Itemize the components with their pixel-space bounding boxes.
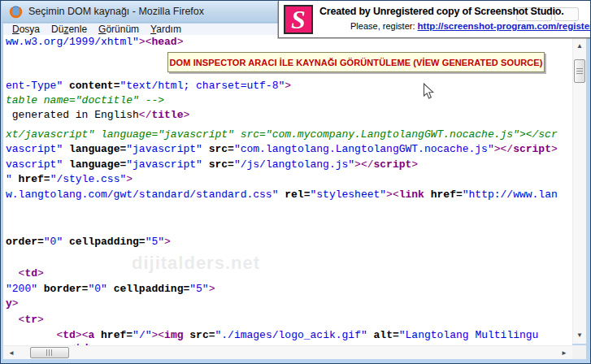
code-token: vascript" — [6, 158, 63, 171]
code-token: generated in English — [6, 109, 139, 121]
site-watermark: dijitalders.net — [132, 253, 260, 274]
source-line: <td> — [6, 268, 44, 280]
code-token: w.langtolang.com/gwt/standard/standard.c… — [6, 188, 278, 201]
code-token: "0" — [44, 236, 63, 248]
source-view: dijitalders.net ww.w3.org/1999/xhtml"><h… — [3, 35, 572, 345]
source-line: vascript" language="javascript" src="com… — [6, 144, 558, 155]
code-token: > — [551, 143, 558, 155]
source-line: order="0" cellpadding="5"> — [6, 236, 171, 248]
source-line: generated in English</title> — [6, 110, 189, 121]
source-line: " href="/style.css"> — [6, 174, 133, 185]
code-token: "200" — [6, 283, 37, 295]
code-token: "text/html; charset=utf-8" — [120, 80, 285, 92]
menu-item[interactable]: Dosya — [7, 24, 46, 35]
code-token: > — [37, 314, 44, 326]
code-token: > — [177, 36, 184, 48]
scroll-right-icon[interactable]: ► — [558, 350, 571, 357]
code-token: y — [6, 297, 12, 310]
code-token: "Langtolang Multilingu — [399, 329, 539, 341]
code-token: </ — [139, 109, 152, 121]
code-token: ></ — [354, 158, 373, 171]
code-token: src= — [202, 158, 234, 171]
code-token: >< — [386, 188, 399, 201]
vertical-scrollbar[interactable]: ▲ ▼ — [572, 38, 586, 344]
code-token: border= — [37, 283, 88, 295]
menu-item[interactable]: Görünüm — [93, 24, 145, 35]
code-token: "javascript" — [126, 143, 202, 155]
code-token: ent-Type" — [6, 80, 63, 92]
source-line: <tr> — [6, 314, 44, 326]
code-token: "5" — [146, 236, 164, 248]
code-token: xt/javascript" language="javascript" src… — [6, 128, 558, 141]
menu-item[interactable]: Yardım — [145, 24, 187, 35]
source-line: y> — [6, 298, 19, 310]
code-token: tr — [24, 314, 37, 326]
code-token: >< — [151, 329, 164, 341]
code-token: "com.langtolang.LangtolangGWT.nocache.js… — [234, 143, 494, 155]
code-token: link — [399, 188, 424, 201]
window-title: Seçimin DOM kaynağı - Mozilla Firefox — [28, 6, 204, 17]
code-token — [6, 267, 19, 280]
screenshot-studio-watermark: S Created by Unregistered copy of Screen… — [278, 1, 591, 38]
watermark-message: Created by Unregistered copy of Screensh… — [319, 6, 588, 17]
code-token: language= — [63, 158, 126, 171]
horizontal-scrollbar[interactable]: ◄ ► — [3, 345, 572, 359]
watermark-register-line: Please, register: http://screenshot-prog… — [350, 21, 591, 31]
code-token: "0" — [88, 283, 106, 295]
code-token: "http://www.lan — [463, 188, 558, 201]
code-token: td — [63, 329, 76, 341]
code-token: img — [164, 329, 183, 341]
code-token: table name="doctitle" --> — [6, 94, 164, 106]
source-line: xt/javascript" language="javascript" src… — [6, 129, 558, 141]
scroll-up-icon[interactable]: ▲ — [573, 43, 586, 50]
code-token: "javascript" — [126, 158, 202, 171]
code-token: "/style.css" — [50, 173, 127, 185]
code-token: >< — [139, 36, 152, 48]
code-token: src= — [184, 329, 215, 341]
code-token: href= — [424, 188, 463, 201]
code-token: "stylesheet" — [310, 188, 386, 201]
thumb-grip — [46, 349, 53, 356]
code-token: src= — [202, 143, 234, 155]
code-token: "5" — [189, 283, 208, 295]
code-token — [6, 314, 19, 326]
code-token: title — [151, 109, 183, 121]
register-link[interactable]: http://screenshot-program.com/register — [418, 21, 591, 31]
source-line: vascript" language="javascript" src="/js… — [6, 159, 418, 171]
source-line: <td><a href="/"><img src="./images/logo_… — [6, 330, 538, 341]
menu-item[interactable]: Düzenle — [46, 24, 93, 35]
source-line: table name="doctitle" --> — [6, 95, 164, 106]
code-token: > — [164, 236, 171, 248]
firefox-icon — [9, 5, 23, 19]
mouse-cursor — [423, 83, 434, 103]
code-token: cellpadding= — [63, 236, 145, 248]
code-token: head — [151, 36, 176, 48]
scroll-down-icon[interactable]: ▼ — [573, 332, 586, 339]
code-token: order= — [6, 236, 44, 248]
code-token: "/" — [133, 329, 151, 341]
firefox-view-source-window: Seçimin DOM kaynağı - Mozilla Firefox Do… — [0, 0, 591, 364]
code-token — [6, 329, 56, 341]
code-token: " — [6, 173, 12, 185]
code-token: > — [285, 80, 291, 92]
code-token: ww.w3.org/1999/xhtml" — [6, 36, 139, 48]
code-token: script — [374, 158, 412, 171]
register-prefix: Please, register: — [350, 21, 415, 31]
scrollbar-corner — [572, 345, 586, 359]
code-token: alt= — [367, 329, 399, 341]
source-line: ww.w3.org/1999/xhtml"><head> — [6, 37, 183, 48]
horizontal-scroll-thumb[interactable] — [30, 347, 69, 358]
code-token: > — [411, 158, 418, 171]
code-token: vascript" — [6, 143, 63, 155]
code-token: > — [126, 173, 133, 185]
code-token: href= — [12, 173, 50, 185]
source-line: "200" border="0" cellpadding="5"> — [6, 284, 215, 295]
code-token: cellpadding= — [107, 283, 189, 295]
code-token: language= — [63, 143, 126, 155]
scroll-left-icon[interactable]: ◄ — [5, 350, 18, 357]
source-line: ent-Type" content="text/html; charset=ut… — [6, 80, 291, 92]
vertical-scroll-thumb[interactable] — [574, 59, 585, 83]
code-token: "./images/logo_acik.gif" — [215, 329, 367, 341]
code-token: rel= — [278, 188, 310, 201]
code-token: >< — [76, 329, 89, 341]
